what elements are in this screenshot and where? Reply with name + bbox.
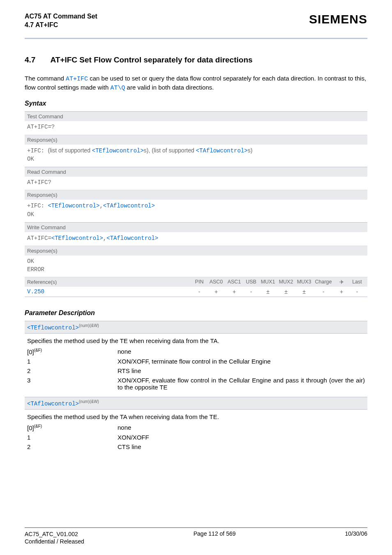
write-response: OK ERROR [25,256,367,277]
read-command: AT+IFC? [25,177,367,190]
link-teflow-3[interactable]: <TEflowcontrol> [51,235,103,242]
link-teflow-2[interactable]: <TEflowcontrol> [48,203,99,209]
param-taflow-desc: Specifies the method used by the TA when… [25,410,367,423]
param-desc-heading: Parameter Description [25,309,367,317]
footer-confidential: Confidential / Released [25,538,84,545]
link-teflow[interactable]: <TEflowcontrol> [92,147,144,154]
section-heading: 4.7 AT+IFC Set Flow Control separately f… [25,55,367,64]
link-teflow-param[interactable]: <TEflowcontrol> [27,325,79,331]
section-title-text: AT+IFC Set Flow Control separately for d… [50,55,252,64]
link-taflow[interactable]: <TAflowcontrol> [196,147,248,154]
param-teflow-header: <TEflowcontrol>(num)(&W) [25,321,367,334]
intro-paragraph: The command AT+IFC can be used to set or… [25,74,367,93]
doc-title: AC75 AT Command Set [25,12,97,21]
syntax-heading: Syntax [25,100,367,107]
doc-subtitle: 4.7 AT+IFC [25,21,97,30]
response-label-3: Response(s) [25,246,367,256]
page-footer: AC75_ATC_V01.002 Confidential / Released… [25,527,367,545]
param-teflow-table: [0](&F)none 1XON/XOFF, terminate flow co… [25,347,367,392]
section-number: 4.7 [25,55,35,64]
response-label: Response(s) [25,135,367,145]
table-row: [0](&F)none [27,423,365,433]
header-rule [25,38,367,39]
footer-date: 10/30/06 [345,530,368,545]
footer-version: AC75_ATC_V01.002 [25,530,84,538]
page-header: AC75 AT Command Set 4.7 AT+IFC SIEMENS [25,12,367,35]
reference-header-row: Reference(s) PIN ASC0 ASC1 USB MUX1 MUX2… [25,277,367,287]
param-taflow-table: [0](&F)none 1XON/XOFF 2CTS line [25,423,367,451]
read-command-label: Read Command [25,167,367,177]
link-taflow-3[interactable]: <TAflowcontrol> [106,235,158,242]
table-row: 2RTS line [27,366,365,375]
table-row: 1XON/XOFF, terminate flow control in the… [27,357,365,366]
link-at-ifc[interactable]: AT+IFC [66,76,88,83]
link-taflow-2[interactable]: <TAflowcontrol> [103,203,155,209]
table-row: 1XON/XOFF [27,433,365,442]
reference-columns: PIN ASC0 ASC1 USB MUX1 MUX2 MUX3 Charge … [191,279,365,285]
reference-value[interactable]: V.250 [27,288,191,295]
link-taflow-param[interactable]: <TAflowcontrol> [27,401,79,407]
airplane-icon: ✈ [334,279,349,285]
param-teflow-desc: Specifies the method used by the TE when… [25,334,367,347]
table-row: [0](&F)none [27,347,365,357]
test-response: +IFC: (list of supported <TEflowcontrol>… [25,145,367,167]
write-command-label: Write Command [25,222,367,232]
test-command: AT+IFC=? [25,121,367,135]
response-label-2: Response(s) [25,190,367,200]
write-command: AT+IFC=<TEflowcontrol>,<TAflowcontrol> [25,232,367,246]
table-row: 2CTS line [27,442,365,451]
param-taflow-header: <TAflowcontrol>(num)(&W) [25,397,367,410]
link-at-q[interactable]: AT\Q [110,85,125,92]
syntax-box: Test Command AT+IFC=? Response(s) +IFC: … [25,111,367,297]
table-row: 3XON/XOFF, evaluate flow control in the … [27,375,365,392]
test-command-label: Test Command [25,111,367,121]
read-response: +IFC: <TEflowcontrol>,<TAflowcontrol> OK [25,200,367,222]
footer-page: Page 112 of 569 [194,530,236,545]
reference-label: Reference(s) [27,279,191,285]
reference-value-row: V.250 - + + - ± ± ± - + - [25,287,367,297]
brand-logo: SIEMENS [309,12,367,26]
